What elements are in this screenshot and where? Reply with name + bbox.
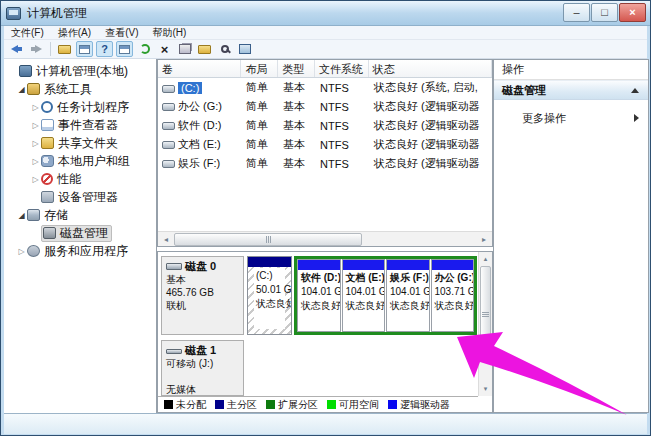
volume-icon — [162, 103, 175, 111]
system-tools-icon — [27, 83, 40, 95]
menu-action[interactable]: 操作(A) — [51, 26, 98, 39]
tree-item-performance[interactable]: 性能 — [4, 170, 156, 188]
tree-item-task-scheduler[interactable]: 任务计划程序 — [4, 98, 156, 116]
properties-icon[interactable] — [176, 41, 193, 57]
volume-type: 基本 — [279, 99, 316, 114]
minimize-button[interactable]: – — [563, 3, 590, 22]
volume-row-c[interactable]: (C:) 简单 基本 NTFS 状态良好 (系统, 启动, — [158, 78, 492, 97]
tree-label: 存储 — [44, 207, 68, 224]
disk0-state: 联机 — [166, 299, 239, 312]
tree-item-system-tools[interactable]: 系统工具 — [4, 80, 156, 98]
volume-type: 基本 — [279, 137, 316, 152]
column-header-type[interactable]: 类型 — [278, 60, 315, 77]
logical-partition-bar — [432, 260, 474, 270]
console-window-icon[interactable] — [76, 41, 93, 57]
tree-item-storage[interactable]: 存储 — [4, 206, 156, 224]
scrollbar-thumb[interactable] — [174, 233, 362, 246]
volume-row-d[interactable]: 软件 (D:) 简单 基本 NTFS 状态良好 (逻辑驱动器 — [158, 116, 492, 135]
actions-pane: 操作 磁盘管理 更多操作 — [493, 59, 649, 413]
primary-swatch-icon — [215, 400, 224, 409]
partition-f[interactable]: 娱乐 (F:) 104.01 GB 状态良好 — [386, 259, 430, 332]
tree-item-event-viewer[interactable]: 事件查看器 — [4, 116, 156, 134]
expander-collapsed-icon[interactable] — [30, 175, 41, 184]
column-header-filesystem[interactable]: 文件系统 — [315, 60, 369, 77]
horizontal-scrollbar[interactable]: ◂ ▸ — [158, 231, 492, 246]
partition-c[interactable]: (C:) 50.01 GB 状态良好 — [247, 256, 292, 335]
maximize-button[interactable]: □ — [591, 3, 618, 22]
actions-group-disk-management[interactable]: 磁盘管理 — [494, 80, 648, 100]
expander-expanded-icon[interactable] — [16, 85, 27, 94]
volume-status: 状态良好 (逻辑驱动器 — [370, 156, 493, 171]
volume-name: 文档 (E:) — [178, 138, 221, 150]
disk0-capacity: 465.76 GB — [166, 286, 239, 299]
logical-partition-bar — [298, 260, 340, 270]
volume-row-f[interactable]: 娱乐 (F:) 简单 基本 NTFS 状态良好 (逻辑驱动器 — [158, 154, 492, 173]
partition-e[interactable]: 文档 (E:) 104.01 GB 状态良好 — [342, 259, 386, 332]
tree-label: 设备管理器 — [58, 189, 118, 206]
volume-row-e[interactable]: 文档 (E:) 简单 基本 NTFS 状态良好 (逻辑驱动器 — [158, 135, 492, 154]
help-icon[interactable]: ? — [96, 41, 113, 57]
partition-g[interactable]: 办公 (G:) 103.71 GB 状态良好 — [431, 259, 475, 332]
scroll-right-icon[interactable]: ▸ — [476, 232, 492, 247]
expander-collapsed-icon[interactable] — [30, 157, 41, 166]
disk0-label[interactable]: 磁盘 0 基本 465.76 GB 联机 — [161, 256, 244, 335]
volume-fs: NTFS — [316, 120, 370, 132]
expander-collapsed-icon[interactable] — [30, 121, 41, 130]
column-header-volume[interactable]: 卷 — [158, 60, 241, 77]
tree-item-computer-management[interactable]: 计算机管理(本地) — [4, 62, 156, 80]
settings-icon[interactable] — [236, 41, 253, 57]
vertical-scrollbar[interactable]: ▴ ▾ — [478, 252, 492, 396]
show-console-tree-icon[interactable] — [56, 41, 73, 57]
app-icon — [6, 7, 21, 20]
expander-collapsed-icon[interactable] — [30, 103, 41, 112]
volume-layout: 简单 — [242, 156, 279, 171]
console-window-icon-2[interactable] — [116, 41, 133, 57]
scroll-up-icon[interactable]: ▴ — [479, 252, 492, 266]
main-area: 计算机管理(本地) 系统工具 任务计划程序 事件查看器 共享文件夹 本地用户和组 — [4, 59, 647, 413]
partition-size: 103.71 GB — [432, 284, 474, 298]
disk1-label[interactable]: 磁盘 1 可移动 (J:) 无媒体 — [161, 340, 244, 396]
delete-icon[interactable]: × — [156, 41, 173, 57]
partition-size: 104.01 GB — [387, 284, 429, 298]
expander-expanded-icon[interactable] — [16, 211, 27, 220]
tree-item-local-users[interactable]: 本地用户和组 — [4, 152, 156, 170]
services-icon — [27, 245, 40, 257]
disk0-name: 磁盘 0 — [185, 260, 216, 273]
open-folder-icon[interactable] — [196, 41, 213, 57]
scroll-down-icon[interactable]: ▾ — [479, 382, 492, 396]
scrollbar-thumb[interactable] — [480, 266, 491, 362]
refresh-icon[interactable] — [136, 41, 153, 57]
partition-status: 状态良好 — [387, 298, 429, 312]
collapse-icon[interactable] — [631, 88, 639, 93]
volume-fs: NTFS — [316, 82, 370, 94]
back-icon[interactable] — [8, 41, 25, 57]
more-actions-item[interactable]: 更多操作 — [494, 108, 648, 128]
tree-item-disk-management[interactable]: 磁盘管理 — [4, 224, 156, 242]
menu-help[interactable]: 帮助(H) — [145, 26, 193, 39]
column-header-layout[interactable]: 布局 — [241, 60, 278, 77]
expander-collapsed-icon[interactable] — [30, 139, 41, 148]
event-viewer-icon — [41, 119, 54, 131]
volume-fs: NTFS — [316, 158, 370, 170]
toolbar: ? × — [4, 40, 647, 59]
tree-item-device-manager[interactable]: 设备管理器 — [4, 188, 156, 206]
volume-row-g[interactable]: 办公 (G:) 简单 基本 NTFS 状态良好 (逻辑驱动器 — [158, 97, 492, 116]
column-header-status[interactable]: 状态 — [369, 60, 492, 77]
logical-partition-bar — [387, 260, 429, 270]
storage-icon — [27, 209, 40, 221]
menu-view[interactable]: 查看(V) — [98, 26, 145, 39]
partition-size: 104.01 GB — [343, 284, 385, 298]
forward-icon[interactable] — [28, 41, 45, 57]
close-button[interactable]: × — [619, 3, 646, 22]
tree-item-shared-folders[interactable]: 共享文件夹 — [4, 134, 156, 152]
partition-d[interactable]: 软件 (D:) 104.01 GB 状态良好 — [297, 259, 341, 332]
expander-collapsed-icon[interactable] — [16, 247, 27, 256]
partition-status: 状态良好 — [432, 298, 474, 312]
title-bar[interactable]: 计算机管理 – □ × — [1, 1, 650, 26]
disk-management-icon — [43, 227, 56, 239]
menu-file[interactable]: 文件(F) — [4, 26, 51, 39]
legend-free: 可用空间 — [327, 398, 379, 412]
tree-item-services[interactable]: 服务和应用程序 — [4, 242, 156, 260]
search-icon[interactable] — [216, 41, 233, 57]
scroll-left-icon[interactable]: ◂ — [158, 232, 174, 247]
